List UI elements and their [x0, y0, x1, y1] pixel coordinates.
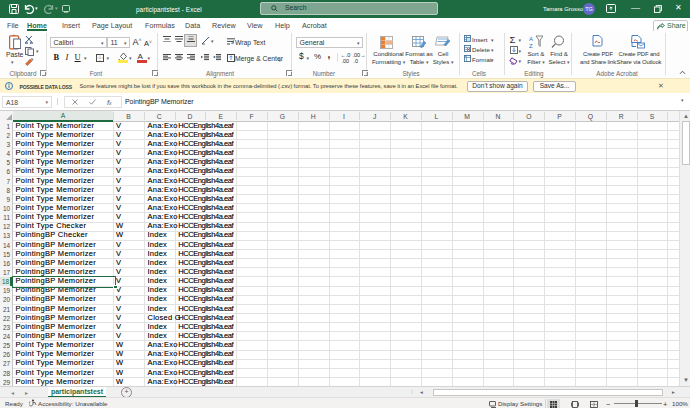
svg-text:Z: Z — [529, 42, 533, 48]
svg-text:A: A — [529, 35, 533, 41]
